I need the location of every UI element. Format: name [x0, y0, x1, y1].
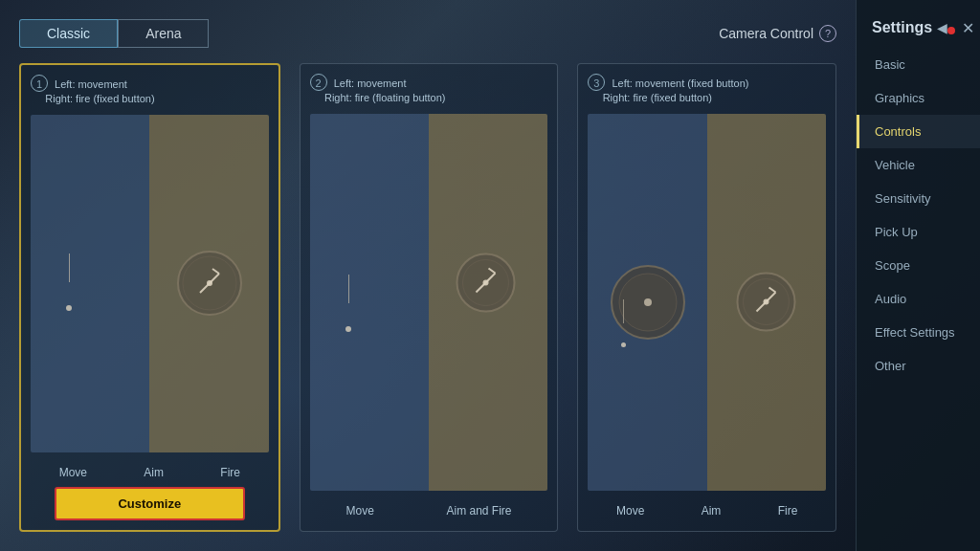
customize-button[interactable]: Customize	[55, 487, 245, 520]
sidebar-header: Settings ◀	[857, 8, 980, 54]
aim-circle-2	[455, 253, 517, 315]
option-3-footer: Move Aim Fire	[588, 498, 826, 521]
option-2-label: 2 Left: movement Right: fire (floating b…	[310, 74, 548, 106]
main-container: Classic Arena Camera Control ? 1 Left: m…	[0, 0, 980, 551]
question-icon[interactable]: ?	[819, 25, 836, 42]
svg-point-12	[644, 298, 652, 306]
close-button[interactable]	[955, 15, 980, 40]
camera-control: Camera Control ?	[719, 25, 836, 42]
sidebar-title: Settings	[872, 19, 932, 36]
option-3-right-area	[707, 114, 826, 491]
option-3-footer-fire: Fire	[778, 504, 798, 518]
options-row: 1 Left: movement Right: fire (fixed butt…	[19, 63, 836, 532]
sidebar-item-controls[interactable]: Controls	[857, 115, 980, 148]
option-1-preview	[31, 115, 269, 452]
move-circle-3	[610, 264, 686, 341]
option-3-label: 3 Left: movement (fixed button) Right: f…	[588, 74, 826, 106]
option-3-number: 3	[588, 74, 605, 91]
sidebar-item-audio[interactable]: Audio	[857, 282, 980, 316]
joystick-dot-3	[621, 342, 626, 347]
sidebar-item-vehicle[interactable]: Vehicle	[857, 148, 980, 182]
joystick-line-2	[348, 275, 349, 303]
sidebar-item-sensitivity[interactable]: Sensitivity	[857, 182, 980, 215]
option-card-1[interactable]: 1 Left: movement Right: fire (fixed butt…	[19, 63, 280, 532]
svg-point-17	[763, 298, 768, 304]
camera-control-label: Camera Control	[719, 26, 813, 41]
notification-dot	[947, 27, 955, 34]
svg-point-4	[207, 280, 212, 286]
joystick-dot-2	[345, 326, 351, 332]
option-1-number: 1	[31, 75, 48, 92]
joystick-line-3	[623, 299, 624, 323]
sidebar-item-other[interactable]: Other	[857, 349, 980, 383]
sidebar-item-graphics[interactable]: Graphics	[857, 81, 980, 115]
option-3-footer-aim: Aim	[702, 504, 722, 518]
sidebar-item-effects[interactable]: Effect Settings	[857, 316, 980, 349]
option-card-3[interactable]: 3 Left: movement (fixed button) Right: f…	[577, 63, 836, 532]
tab-arena[interactable]: Arena	[118, 19, 209, 48]
option-1-left-area	[31, 115, 149, 452]
option-3-left-area	[588, 114, 706, 491]
joystick-dot	[66, 305, 72, 311]
option-2-footer: Move Aim and Fire	[310, 498, 548, 521]
option-2-footer-aim-fire: Aim and Fire	[446, 504, 511, 518]
aim-circle-3	[735, 271, 797, 333]
sidebar-item-scope[interactable]: Scope	[857, 249, 980, 282]
svg-point-9	[482, 280, 488, 286]
option-2-footer-move: Move	[345, 504, 373, 518]
option-1-footer-move: Move	[59, 466, 87, 479]
option-1-label: 1 Left: movement Right: fire (fixed butt…	[31, 75, 269, 107]
sidebar-item-basic[interactable]: Basic	[857, 48, 980, 81]
option-2-number: 2	[310, 74, 327, 91]
sidebar-item-pickup[interactable]: Pick Up	[857, 215, 980, 249]
sidebar: Settings ◀ Basic Graphics Controls Vehic…	[856, 0, 980, 551]
option-1-right-area	[149, 115, 268, 452]
option-1-footer-aim: Aim	[144, 466, 164, 479]
tab-classic[interactable]: Classic	[19, 19, 118, 48]
joystick-line	[69, 253, 70, 282]
option-1-footer-fire: Fire	[220, 466, 240, 479]
option-3-preview	[588, 114, 826, 491]
option-card-2[interactable]: 2 Left: movement Right: fire (floating b…	[300, 63, 559, 532]
option-1-footer: Move Aim Fire	[31, 460, 269, 483]
aim-circle-1	[176, 250, 243, 317]
option-2-right-area	[429, 114, 547, 491]
content-area: Classic Arena Camera Control ? 1 Left: m…	[0, 0, 856, 551]
tabs-row: Classic Arena Camera Control ?	[19, 19, 836, 48]
option-2-left-area	[310, 114, 429, 491]
option-3-footer-move: Move	[616, 504, 644, 518]
option-2-preview	[310, 114, 548, 491]
